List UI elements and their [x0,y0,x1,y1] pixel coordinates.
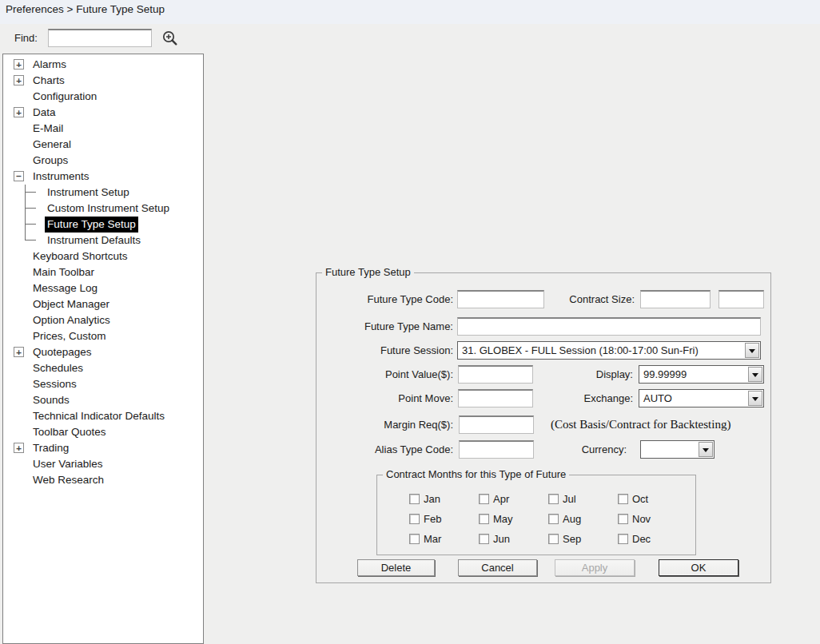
chevron-down-icon[interactable] [748,367,762,382]
tree-item-main-toolbar[interactable]: Main Toolbar [3,264,203,280]
tree-item-general[interactable]: General [3,137,203,153]
tree-item-future-type-setup[interactable]: Future Type Setup [3,217,203,233]
checkbox-icon[interactable] [479,494,489,504]
tree-item-label[interactable]: Message Log [33,280,98,296]
tree-item-configuration[interactable]: Configuration [3,89,203,105]
chevron-down-icon[interactable] [699,442,713,457]
contract-size-input[interactable] [640,290,711,308]
expand-plus-icon[interactable]: + [14,107,24,117]
tree-item-label[interactable]: Charts [33,73,65,89]
month-nov[interactable]: Nov [618,509,687,529]
month-dec[interactable]: Dec [618,529,687,549]
tree-item-label[interactable]: Alarms [33,57,66,73]
point-move-input[interactable] [458,389,533,407]
tree-item-label[interactable]: Configuration [33,89,97,105]
tree-item-label[interactable]: Object Manager [33,296,109,312]
future-session-select[interactable]: 31. GLOBEX - FULL Session (18:00-17:00 S… [457,341,761,360]
tree-item-instrument-defaults[interactable]: Instrument Defaults [3,233,203,248]
margin-req-input[interactable] [459,415,534,434]
tree-item-label[interactable]: Trading [33,440,69,456]
preferences-tree[interactable]: +Alarms+ChartsConfiguration+DataE-MailGe… [2,54,204,644]
expand-plus-icon[interactable]: + [14,75,24,85]
month-oct[interactable]: Oct [618,489,687,509]
tree-item-charts[interactable]: +Charts [3,73,203,89]
cancel-button[interactable]: Cancel [458,559,537,576]
checkbox-icon[interactable] [479,514,489,524]
month-jul[interactable]: Jul [548,489,618,509]
checkbox-icon[interactable] [618,494,628,504]
future-type-code-input[interactable] [457,290,544,308]
tree-item-technical-indicator-defaults[interactable]: Technical Indicator Defaults [3,408,203,424]
tree-item-object-manager[interactable]: Object Manager [3,296,203,312]
point-value-input[interactable] [458,365,533,384]
expand-plus-icon[interactable]: + [14,59,24,70]
tree-item-label[interactable]: Instrument Defaults [47,233,141,248]
tree-item-quotepages[interactable]: +Quotepages [3,344,203,360]
month-apr[interactable]: Apr [479,489,548,509]
tree-item-label[interactable]: Instruments [33,169,90,185]
tree-item-label[interactable]: Sounds [33,392,70,408]
delete-button[interactable]: Delete [357,559,435,576]
tree-item-groups[interactable]: Groups [3,153,203,169]
collapse-minus-icon[interactable]: − [14,171,24,181]
tree-item-e-mail[interactable]: E-Mail [3,121,203,137]
display-select[interactable]: 99.99999 [639,365,764,384]
checkbox-icon[interactable] [548,514,559,524]
checkbox-icon[interactable] [618,534,628,544]
currency-select[interactable] [640,440,715,459]
tree-item-data[interactable]: +Data [3,105,203,121]
tree-item-prices-custom[interactable]: Prices, Custom [3,328,203,344]
checkbox-icon[interactable] [618,514,628,524]
tree-item-label[interactable]: General [33,137,71,153]
tree-item-instruments[interactable]: −Instruments [3,169,203,185]
tree-item-toolbar-quotes[interactable]: Toolbar Quotes [3,424,203,440]
tree-item-web-research[interactable]: Web Research [3,472,203,488]
tree-item-label[interactable]: Schedules [33,360,83,376]
tree-item-label[interactable]: Instrument Setup [47,185,129,201]
month-sep[interactable]: Sep [548,529,618,549]
tree-item-label[interactable]: Data [33,105,56,121]
tree-item-label[interactable]: Custom Instrument Setup [47,201,169,217]
month-jun[interactable]: Jun [479,529,548,549]
apply-button[interactable]: Apply [555,559,635,576]
future-type-name-input[interactable] [457,317,761,336]
tree-item-label[interactable]: Toolbar Quotes [33,424,106,440]
tree-item-label[interactable]: Main Toolbar [33,264,94,280]
tree-item-label[interactable]: Option Analytics [33,312,110,328]
exchange-select[interactable]: AUTO [639,389,764,407]
tree-item-label[interactable]: Future Type Setup [45,217,138,233]
expand-plus-icon[interactable]: + [14,443,24,453]
chevron-down-icon[interactable] [748,391,762,406]
chevron-down-icon[interactable] [745,343,759,358]
find-input[interactable] [48,29,152,47]
tree-item-label[interactable]: Prices, Custom [33,328,106,344]
tree-item-message-log[interactable]: Message Log [3,280,203,296]
checkbox-icon[interactable] [479,534,489,544]
checkbox-icon[interactable] [548,534,559,544]
tree-item-label[interactable]: Keyboard Shortcuts [33,248,128,264]
tree-item-instrument-setup[interactable]: Instrument Setup [3,185,203,201]
month-may[interactable]: May [479,509,548,529]
tree-item-label[interactable]: Groups [33,153,68,169]
checkbox-icon[interactable] [409,514,420,524]
tree-item-user-variables[interactable]: User Variables [3,456,203,472]
alias-type-code-input[interactable] [459,440,534,459]
tree-item-schedules[interactable]: Schedules [3,360,203,376]
tree-item-alarms[interactable]: +Alarms [3,57,203,73]
tree-item-label[interactable]: User Variables [33,456,103,472]
checkbox-icon[interactable] [409,534,420,544]
month-aug[interactable]: Aug [548,509,618,529]
tree-item-option-analytics[interactable]: Option Analytics [3,312,203,328]
contract-size-input-2[interactable] [718,290,764,308]
checkbox-icon[interactable] [548,494,559,504]
tree-item-label[interactable]: Quotepages [33,344,92,360]
tree-item-label[interactable]: Sessions [33,376,77,392]
tree-item-sounds[interactable]: Sounds [3,392,203,408]
tree-item-sessions[interactable]: Sessions [3,376,203,392]
tree-item-custom-instrument-setup[interactable]: Custom Instrument Setup [3,201,203,217]
tree-item-label[interactable]: Web Research [33,472,104,488]
checkbox-icon[interactable] [409,494,420,504]
tree-item-keyboard-shortcuts[interactable]: Keyboard Shortcuts [3,248,203,264]
expand-plus-icon[interactable]: + [14,347,24,357]
tree-item-label[interactable]: Technical Indicator Defaults [33,408,165,424]
